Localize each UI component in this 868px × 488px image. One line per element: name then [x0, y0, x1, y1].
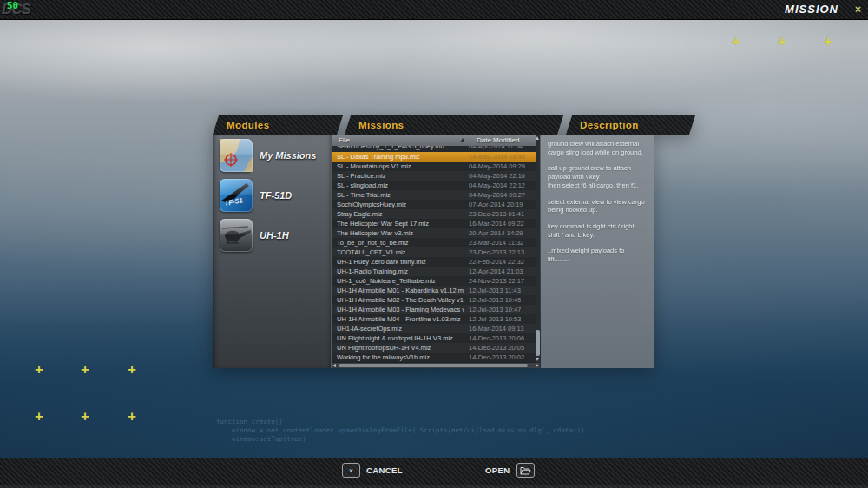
mission-row[interactable]: SL - Mountain ops V1.miz04-May-2014 09:2…: [332, 162, 536, 171]
mission-date: 22-Feb-2014 22:32: [464, 258, 524, 266]
mission-file: SL - slingload.miz: [332, 181, 464, 189]
scroll-down-icon[interactable]: [536, 358, 539, 361]
mission-date: 04-Apr-2014 11:04: [464, 146, 523, 150]
mission-date: 04-May-2014 09:27: [464, 191, 525, 199]
scroll-right-icon[interactable]: [536, 364, 539, 367]
mission-row[interactable]: The Helicopter War v3.miz20-Apr-2014 14:…: [332, 228, 536, 238]
mission-date: 07-Apr-2014 20:19: [464, 201, 523, 208]
mission-date: 23-Dec-2013 01:41: [464, 210, 524, 218]
mission-file: To_be_or_not_to_be.miz: [332, 239, 464, 247]
mission-file: UH1-IA-secretOps.miz: [332, 325, 464, 333]
mission-file: SL - Dallas Training mp8.miz: [332, 153, 464, 161]
module-item-uh-1h[interactable]: UH-1H: [213, 216, 331, 254]
vertical-scrollbar-thumb[interactable]: [536, 330, 540, 356]
horizontal-scrollbar[interactable]: [332, 363, 540, 368]
mission-file: Working for the railwaysV1b.miz: [332, 353, 464, 361]
mission-file: SL - Mountain ops V1.miz: [332, 162, 464, 170]
mission-date: 20-Apr-2014 14:29: [464, 229, 523, 237]
mission-row[interactable]: UH-1-Radio Training.miz12-Apr-2014 21:03: [332, 267, 536, 276]
bottom-bar: [0, 458, 868, 488]
mission-row[interactable]: Working for the railwaysV1b.miz14-Dec-20…: [332, 353, 536, 362]
mission-row[interactable]: SearchDestroy_1_1_F4G.5_huey.miz04-Apr-2…: [332, 146, 536, 152]
dialog-body: My MissionsTF-51TF-51DUH-1H File Date Mo…: [213, 135, 654, 368]
mission-date: 04-May-2014 22:16: [464, 172, 525, 180]
mission-row[interactable]: UN Flight rooftopsUH-1H V4.miz14-Dec-201…: [332, 343, 536, 353]
mission-file: UH-1-Radio Training.miz: [332, 267, 464, 275]
vertical-scrollbar[interactable]: [536, 135, 540, 363]
mission-row[interactable]: To_be_or_not_to_be.miz23-Mar-2014 11:32: [332, 238, 536, 247]
mission-file: UH-1_co6_Nukleare_Teilhabe.miz: [332, 277, 464, 285]
cancel-x-icon: ×: [342, 463, 360, 478]
mission-file: UH-1 Huey Zero dark thirty.miz: [332, 258, 464, 266]
open-button[interactable]: OPEN: [485, 463, 535, 478]
uh1h-icon: [220, 219, 253, 252]
scroll-up-icon[interactable]: [536, 136, 539, 140]
plus-marker: +: [81, 408, 89, 425]
mission-file: Stray Eagle.miz: [332, 210, 464, 218]
plus-marker: +: [778, 33, 786, 50]
mission-row[interactable]: SL - slingload.miz04-May-2014 22:12: [332, 181, 536, 190]
fps-counter: 50: [7, 0, 18, 11]
tab-missions[interactable]: Missions: [345, 115, 563, 135]
top-bar: DCS 50 MISSION ×: [0, 0, 868, 20]
cancel-button[interactable]: × CANCEL: [342, 463, 403, 478]
mission-row[interactable]: UH-1H Airmobile M03 - Flaming Medevacs v…: [332, 305, 536, 314]
mission-file: SearchDestroy_1_1_F4G.5_huey.miz: [332, 146, 464, 150]
mission-row[interactable]: UH-1H Airmobile M02 - The Death Valley v…: [332, 295, 536, 305]
mission-date: 14-Dec-2013 20:06: [464, 334, 524, 342]
scroll-left-icon[interactable]: [332, 364, 336, 367]
mission-file: UH-1H Airmobile M04 - Frontline v1.03.mi…: [332, 315, 464, 323]
description-paragraph: ground crew will attach external cargo s…: [548, 140, 647, 156]
mission-row[interactable]: The Helicopter War Sept 17.miz16-Mar-201…: [332, 219, 536, 228]
mission-row[interactable]: SL - Practice.miz04-May-2014 22:16: [332, 171, 536, 181]
cancel-button-label: CANCEL: [366, 465, 403, 475]
module-label: My Missions: [260, 150, 316, 161]
module-item-tf-51d[interactable]: TF-51TF-51D: [213, 176, 331, 214]
mission-file: UH-1H Airmobile M03 - Flaming Medevacs v…: [332, 306, 464, 313]
plus-marker: +: [81, 361, 89, 379]
mission-date: 12-Jul-2013 10:47: [464, 306, 521, 313]
mission-file: UH-1H Airmobile M02 - The Death Valley v…: [332, 296, 464, 304]
svg-text:TF-51: TF-51: [224, 196, 244, 208]
mission-row[interactable]: UH-1_co6_Nukleare_Teilhabe.miz24-Nov-201…: [332, 276, 536, 286]
mission-row[interactable]: UH1-IA-secretOps.miz16-Mar-2014 09:13: [332, 324, 536, 333]
mission-row[interactable]: SochiOlympicsHuey.miz07-Apr-2014 20:19: [332, 200, 536, 209]
module-item-my-missions[interactable]: My Missions: [213, 136, 331, 175]
mission-row[interactable]: Stray Eagle.miz23-Dec-2013 01:41: [332, 209, 536, 219]
mission-date: 12-Jul-2013 10:45: [464, 296, 521, 304]
mission-date: 14-Dec-2013 20:02: [464, 353, 524, 361]
module-label: UH-1H: [260, 230, 289, 241]
mission-date: 16-Mar-2014 09:22: [464, 220, 524, 228]
mission-date: 12-Apr-2014 21:03: [464, 267, 523, 275]
plus-marker: +: [35, 361, 43, 379]
description-panel: ground crew will attach external cargo s…: [541, 135, 654, 368]
horizontal-scrollbar-thumb[interactable]: [339, 364, 528, 367]
mission-date: 12-Jul-2013 10:53: [464, 315, 521, 323]
mission-file: SL - Time Trial.miz: [332, 191, 464, 199]
mission-row[interactable]: UH-1H Airmobile M04 - Frontline v1.03.mi…: [332, 314, 536, 324]
mission-row[interactable]: SL - Dallas Training mp8.miz14-May-2014 …: [332, 152, 536, 162]
description-paragraph: call up ground crew to attach payload wi…: [548, 164, 647, 189]
mission-row[interactable]: SL - Time Trial.miz04-May-2014 09:27: [332, 190, 536, 200]
plus-marker: +: [824, 33, 832, 50]
modules-panel: My MissionsTF-51TF-51DUH-1H: [213, 135, 331, 368]
mission-date: 23-Dec-2013 22:13: [464, 248, 524, 256]
mission-date: 23-Mar-2014 11:32: [464, 239, 523, 247]
mission-row[interactable]: UH-1 Huey Zero dark thirty.miz22-Feb-201…: [332, 257, 536, 267]
tab-description[interactable]: Description: [566, 115, 695, 135]
mission-row[interactable]: TOOTALL_CFT_V1.miz23-Dec-2013 22:13: [332, 247, 536, 257]
tf51d-icon: TF-51: [220, 179, 253, 212]
mission-row[interactable]: UN Flight night & rooftopsUH-1H V3.miz14…: [332, 333, 536, 343]
screen: +++++++++ function create() window = net…: [0, 0, 868, 488]
mission-date: 14-Dec-2013 20:05: [464, 344, 524, 352]
mission-row[interactable]: UH-1H Airmobile M01 - Kabardinka v1.12.m…: [332, 286, 536, 295]
module-label: TF-51D: [260, 190, 292, 201]
mission-date: 12-Jul-2013 11:43: [464, 287, 521, 294]
plus-marker: +: [128, 408, 136, 425]
description-paragraph: ..mixed weight payloads to lift........: [548, 247, 647, 263]
tab-modules[interactable]: Modules: [213, 115, 343, 135]
debug-code-text: function create() window = net.contentlo…: [216, 418, 584, 444]
close-icon[interactable]: ×: [855, 0, 861, 19]
mission-file: The Helicopter War Sept 17.miz: [332, 220, 464, 228]
mission-date: 24-Nov-2013 22:17: [464, 277, 524, 285]
